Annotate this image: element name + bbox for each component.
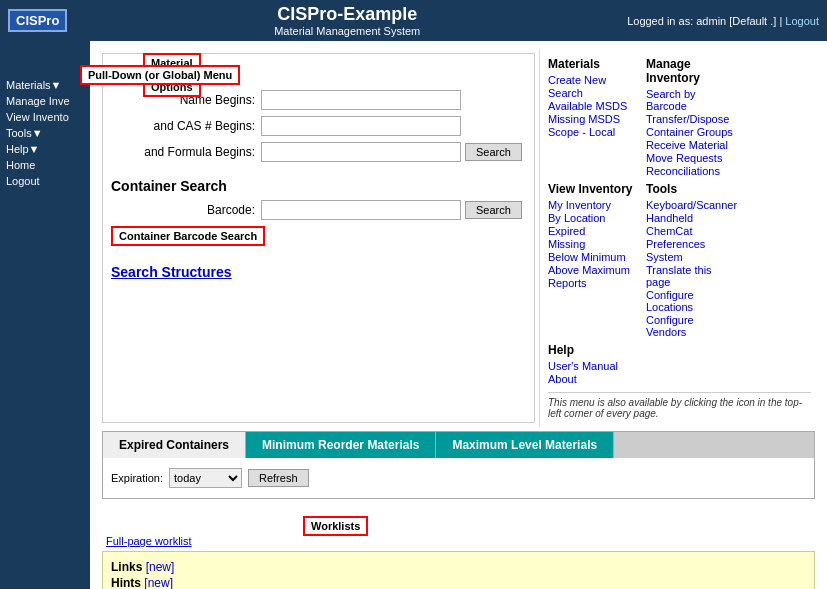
about-link[interactable]: About bbox=[548, 373, 638, 385]
container-search-button[interactable]: Search bbox=[465, 201, 522, 219]
sidebar-item-home[interactable]: Home bbox=[0, 157, 90, 173]
barcode-annotation: Container Barcode Search bbox=[111, 226, 265, 246]
right-menu: Materials Create New Search Available MS… bbox=[539, 49, 819, 427]
full-page-worklist-link[interactable]: Full-page worklist bbox=[106, 535, 811, 547]
right-menu-note: This menu is also available by clicking … bbox=[548, 392, 811, 419]
search-by-barcode-link[interactable]: Search by Barcode bbox=[646, 88, 736, 112]
name-input[interactable] bbox=[261, 90, 461, 110]
formula-search-row: and Formula Begins: Search bbox=[111, 142, 526, 162]
refresh-button[interactable]: Refresh bbox=[248, 469, 309, 487]
hints-line: Hints [new] bbox=[111, 576, 806, 589]
tab-minimum-reorder[interactable]: Minimum Reorder Materials bbox=[246, 432, 436, 458]
move-requests-link[interactable]: Move Requests bbox=[646, 152, 736, 164]
search-link[interactable]: Search bbox=[548, 87, 638, 99]
system-link[interactable]: System bbox=[646, 251, 736, 263]
right-menu-view-inventory: View Inventory My Inventory By Location … bbox=[548, 182, 638, 339]
container-search-title: Container Search bbox=[111, 178, 526, 194]
site-title: CISPro-Example Material Management Syste… bbox=[67, 4, 627, 37]
cas-input[interactable] bbox=[261, 116, 461, 136]
container-groups-link[interactable]: Container Groups bbox=[646, 126, 736, 138]
handheld-link[interactable]: Handheld bbox=[646, 212, 736, 224]
by-location-link[interactable]: By Location bbox=[548, 212, 638, 224]
my-inventory-link[interactable]: My Inventory bbox=[548, 199, 638, 211]
formula-label: and Formula Begins: bbox=[111, 145, 261, 159]
tab-expired-containers[interactable]: Expired Containers bbox=[103, 432, 246, 458]
sidebar-item-manage-inventory[interactable]: Manage Inve bbox=[0, 93, 90, 109]
expired-link[interactable]: Expired bbox=[548, 225, 638, 237]
missing-link[interactable]: Missing bbox=[548, 238, 638, 250]
tabs-bar: Expired Containers Minimum Reorder Mater… bbox=[103, 432, 814, 458]
manage-inventory-heading: Manage Inventory bbox=[646, 57, 736, 85]
missing-msds-link[interactable]: Missing MSDS bbox=[548, 113, 638, 125]
tabs-content: Expiration: today this week this month a… bbox=[103, 458, 814, 498]
sidebar: Pull-Down (or Global) Menu Materials▼ Ma… bbox=[0, 41, 90, 589]
sidebar-item-logout[interactable]: Logout bbox=[0, 173, 90, 189]
tabs-section: Expired Containers Minimum Reorder Mater… bbox=[102, 431, 815, 499]
chemcat-link[interactable]: ChemCat bbox=[646, 225, 736, 237]
logo: CISPro bbox=[8, 9, 67, 32]
right-menu-materials: Materials Create New Search Available MS… bbox=[548, 57, 638, 178]
tab-maximum-level[interactable]: Maximum Level Materials bbox=[436, 432, 614, 458]
materials-heading: Materials bbox=[548, 57, 638, 71]
sidebar-item-view-inventory[interactable]: View Invento bbox=[0, 109, 90, 125]
cas-search-row: and CAS # Begins: bbox=[111, 116, 526, 136]
hints-new[interactable]: [new] bbox=[144, 576, 173, 589]
sidebar-item-materials[interactable]: Materials▼ bbox=[0, 77, 90, 93]
site-subtitle: Material Management System bbox=[67, 25, 627, 37]
links-line: Links [new] bbox=[111, 560, 806, 574]
configure-vendors-link[interactable]: Configure Vendors bbox=[646, 314, 736, 338]
right-menu-tools: Tools Keyboard/Scanner Handheld ChemCat … bbox=[646, 182, 736, 339]
links-label: Links bbox=[111, 560, 142, 574]
scope-local-link[interactable]: Scope - Local bbox=[548, 126, 638, 138]
container-search-section: Container Search Barcode: Search Contain… bbox=[111, 178, 526, 280]
available-msds-link[interactable]: Available MSDS bbox=[548, 100, 638, 112]
preferences-link[interactable]: Preferences bbox=[646, 238, 736, 250]
keyboard-scanner-link[interactable]: Keyboard/Scanner bbox=[646, 199, 736, 211]
worklists-annotation: Worklists bbox=[303, 516, 368, 536]
view-inventory-heading: View Inventory bbox=[548, 182, 638, 196]
site-title-heading: CISPro-Example bbox=[67, 4, 627, 25]
login-text: Logged in as: admin [Default .] bbox=[627, 15, 776, 27]
sidebar-item-tools[interactable]: Tools▼ bbox=[0, 125, 90, 141]
expiration-label: Expiration: bbox=[111, 472, 163, 484]
above-maximum-link[interactable]: Above Maximum bbox=[548, 264, 638, 276]
below-minimum-link[interactable]: Below Minimum bbox=[548, 251, 638, 263]
receive-material-link[interactable]: Receive Material bbox=[646, 139, 736, 151]
login-area: Logged in as: admin [Default .] | Logout bbox=[627, 15, 819, 27]
pulldown-menu-annotation: Pull-Down (or Global) Menu bbox=[80, 65, 240, 85]
users-manual-link[interactable]: User's Manual bbox=[548, 360, 638, 372]
translate-link[interactable]: Translate this page bbox=[646, 264, 736, 288]
logo-text: CISPro bbox=[16, 13, 59, 28]
cas-label: and CAS # Begins: bbox=[111, 119, 261, 133]
search-area: Material Search Options Name Begins: and… bbox=[102, 53, 535, 423]
links-new[interactable]: [new] bbox=[146, 560, 175, 574]
hints-label: Hints bbox=[111, 576, 141, 589]
tools-heading: Tools bbox=[646, 182, 736, 196]
transfer-dispose-link[interactable]: Transfer/Dispose bbox=[646, 113, 736, 125]
logo-area: CISPro bbox=[8, 9, 67, 32]
reconciliations-link[interactable]: Reconciliations bbox=[646, 165, 736, 177]
barcode-label: Barcode: bbox=[111, 203, 261, 217]
formula-input[interactable] bbox=[261, 142, 461, 162]
material-search-button[interactable]: Search bbox=[465, 143, 522, 161]
configure-locations-link[interactable]: Configure Locations bbox=[646, 289, 736, 313]
right-menu-manage-inventory: Manage Inventory Search by Barcode Trans… bbox=[646, 57, 736, 178]
reports-link[interactable]: Reports bbox=[548, 277, 638, 289]
help-heading: Help bbox=[548, 343, 638, 357]
barcode-input[interactable] bbox=[261, 200, 461, 220]
right-menu-help: Help User's Manual About bbox=[548, 343, 638, 386]
bottom-section: Links [new] Hints [new] Enter a chemical… bbox=[102, 551, 815, 589]
sidebar-item-help[interactable]: Help▼ bbox=[0, 141, 90, 157]
expiration-select[interactable]: today this week this month all bbox=[169, 468, 242, 488]
search-structures-link[interactable]: Search Structures bbox=[111, 264, 232, 280]
create-new-link[interactable]: Create New bbox=[548, 74, 638, 86]
logout-link[interactable]: Logout bbox=[785, 15, 819, 27]
